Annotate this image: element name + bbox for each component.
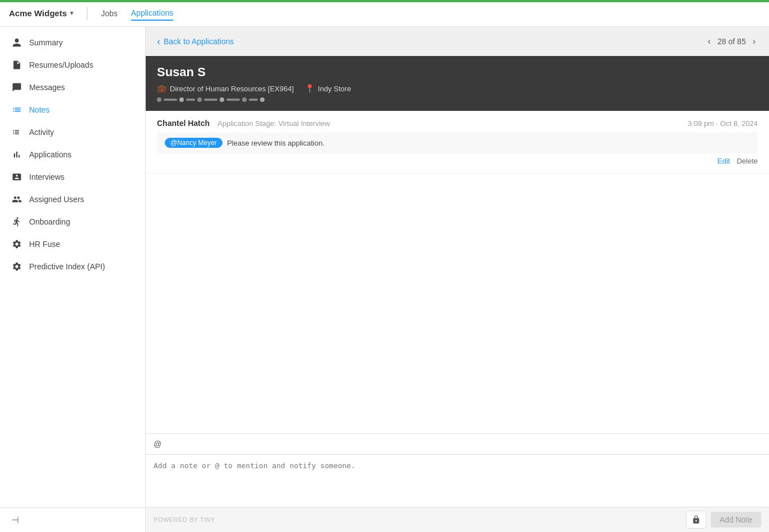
note-timestamp: 3:09 pm · Oct 8, 2024 (688, 119, 758, 128)
sidebar-collapse[interactable]: ⊣ (0, 507, 145, 532)
top-nav: Acme Widgets ▾ Jobs Applications (0, 0, 769, 27)
note-header-left: Chantel Hatch Application Stage: Virtual… (157, 119, 330, 128)
sidebar-label-predictive-index: Predictive Index (API) (29, 262, 105, 271)
sidebar-label-activity: Activity (29, 128, 54, 137)
sidebar-label-summary: Summary (29, 38, 63, 47)
predictive-index-icon (11, 261, 22, 272)
lock-icon (692, 515, 701, 524)
person-icon (11, 37, 22, 48)
lock-button[interactable] (686, 511, 706, 529)
mention-symbol: @ (154, 440, 161, 449)
sidebar-label-messages: Messages (29, 83, 65, 92)
main-layout: Summary Resumes/Uploads Messages Notes (0, 27, 769, 532)
note-actions: Edit Delete (157, 157, 758, 165)
note-editor-area: @ POWERED BY TINY Add Note (146, 433, 769, 532)
note-item: Chantel Hatch Application Stage: Virtual… (146, 111, 769, 174)
note-editor-input[interactable] (146, 455, 769, 505)
notes-icon (11, 104, 22, 115)
people-icon (11, 194, 22, 205)
candidate-header: Susan S 💼 Director of Human Resources [E… (146, 56, 769, 111)
sidebar-item-interviews[interactable]: Interviews (0, 166, 145, 188)
sidebar-label-applications: Applications (29, 150, 72, 159)
prev-candidate-button[interactable]: ‹ (706, 35, 713, 48)
candidate-meta (157, 97, 758, 102)
meta-dots (157, 97, 758, 102)
sidebar-label-resumes: Resumes/Uploads (29, 60, 93, 69)
sidebar-label-onboarding: Onboarding (29, 217, 70, 226)
powered-by-label: POWERED BY TINY (154, 516, 215, 523)
sidebar-items: Summary Resumes/Uploads Messages Notes (0, 27, 145, 507)
sidebar-item-assigned-users[interactable]: Assigned Users (0, 188, 145, 211)
collapse-icon: ⊣ (11, 515, 19, 525)
sub-header: ‹ Back to Applications ‹ 28 of 85 › (146, 27, 769, 56)
editor-mention-bar: @ (146, 434, 769, 455)
sidebar-label-interviews: Interviews (29, 172, 64, 181)
pagination: ‹ 28 of 85 › (706, 35, 758, 48)
editor-footer: POWERED BY TINY Add Note (146, 507, 769, 532)
note-body: @Nancy Meyer Please review this applicat… (157, 132, 758, 153)
location: Indy Store (318, 85, 351, 93)
sidebar-item-applications[interactable]: Applications (0, 143, 145, 166)
sidebar-item-summary[interactable]: Summary (0, 31, 145, 54)
meta-dot-5 (242, 97, 247, 102)
edit-note-button[interactable]: Edit (717, 157, 730, 165)
job-title: Director of Human Resources [EX964] (170, 85, 294, 93)
meta-line-4 (226, 99, 240, 101)
back-arrow-icon: ‹ (157, 36, 160, 48)
location-icon: 📍 (305, 84, 314, 93)
pagination-display: 28 of 85 (717, 37, 746, 46)
sidebar-label-assigned-users: Assigned Users (29, 195, 84, 204)
meta-dot-1 (157, 97, 161, 102)
sidebar-label-notes: Notes (29, 105, 50, 114)
candidate-info: 💼 Director of Human Resources [EX964] 📍 … (157, 84, 758, 93)
sidebar-item-activity[interactable]: Activity (0, 121, 145, 143)
delete-note-button[interactable]: Delete (736, 157, 758, 165)
nav-jobs[interactable]: Jobs (101, 7, 118, 20)
walk-icon (11, 216, 22, 227)
meta-line-5 (249, 99, 258, 101)
brand-dropdown[interactable]: Acme Widgets ▾ (9, 8, 73, 18)
sidebar-item-onboarding[interactable]: Onboarding (0, 211, 145, 233)
sidebar: Summary Resumes/Uploads Messages Notes (0, 27, 146, 532)
back-to-applications[interactable]: ‹ Back to Applications (157, 36, 234, 48)
note-author: Chantel Hatch (157, 119, 210, 128)
meta-dot-6 (260, 97, 265, 102)
sidebar-item-hr-fuse[interactable]: HR Fuse (0, 233, 145, 255)
meta-dot-3 (197, 97, 202, 102)
note-stage: Application Stage: Virtual Interview (217, 119, 330, 128)
sidebar-item-notes[interactable]: Notes (0, 99, 145, 121)
note-text: Please review this application. (227, 139, 325, 147)
brand-chevron: ▾ (70, 10, 73, 17)
candidate-name: Susan S (157, 65, 758, 80)
chat-icon (11, 82, 22, 93)
back-label: Back to Applications (164, 37, 234, 46)
meta-dot-4 (220, 97, 224, 102)
sidebar-item-messages[interactable]: Messages (0, 76, 145, 99)
sidebar-label-hr-fuse: HR Fuse (29, 240, 60, 249)
main-content: ‹ Back to Applications ‹ 28 of 85 › Susa… (146, 27, 769, 532)
activity-icon (11, 127, 22, 138)
next-candidate-button[interactable]: › (751, 35, 758, 48)
sidebar-item-resumes[interactable]: Resumes/Uploads (0, 54, 145, 76)
meta-dot-2 (179, 97, 184, 102)
briefcase-icon: 💼 (157, 84, 166, 93)
job-title-item: 💼 Director of Human Resources [EX964] (157, 84, 294, 93)
location-item: 📍 Indy Store (305, 84, 351, 93)
editor-actions: Add Note (686, 511, 761, 529)
interviews-icon (11, 171, 22, 183)
notes-content: Chantel Hatch Application Stage: Virtual… (146, 111, 769, 433)
add-note-button[interactable]: Add Note (711, 512, 761, 528)
nav-applications[interactable]: Applications (131, 6, 174, 21)
document-icon (11, 59, 22, 71)
sidebar-item-predictive-index[interactable]: Predictive Index (API) (0, 255, 145, 278)
green-bar (0, 0, 769, 2)
applications-icon (11, 149, 22, 160)
meta-line-1 (164, 99, 177, 101)
brand-name: Acme Widgets (9, 8, 67, 18)
candidate-area: Susan S 💼 Director of Human Resources [E… (146, 56, 769, 532)
meta-line-3 (204, 99, 217, 101)
nav-divider (87, 7, 87, 20)
gear-icon (11, 239, 22, 250)
mention-tag: @Nancy Meyer (165, 138, 223, 148)
meta-line-2 (186, 99, 195, 101)
